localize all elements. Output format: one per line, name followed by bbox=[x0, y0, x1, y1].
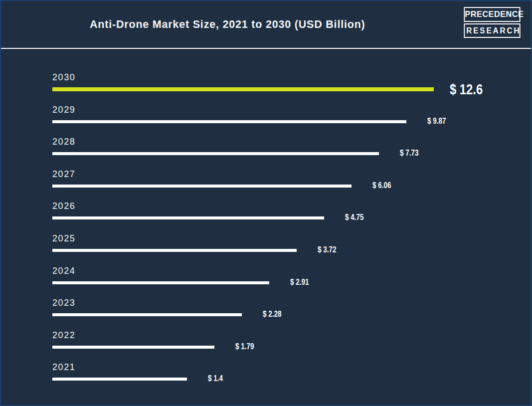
header-divider-line bbox=[1, 48, 531, 49]
value-label: $ 6.06 bbox=[372, 180, 391, 190]
bar-row: 2023 $ 2.28 bbox=[1, 295, 531, 327]
bar bbox=[52, 346, 214, 349]
value-label: $ 4.75 bbox=[345, 212, 364, 222]
bar-row: 2029 $ 9.87 bbox=[1, 102, 531, 134]
bar bbox=[52, 120, 406, 123]
bar bbox=[52, 249, 297, 252]
value-label: $ 3.72 bbox=[318, 244, 337, 254]
infographic-frame: Anti-Drone Market Size, 2021 to 2030 (US… bbox=[0, 0, 532, 406]
bar-row: 2024 $ 2.91 bbox=[1, 263, 531, 295]
year-label: 2022 bbox=[52, 330, 75, 341]
value-label: $ 12.6 bbox=[450, 81, 483, 98]
year-label: 2024 bbox=[52, 266, 75, 276]
bar bbox=[52, 152, 379, 155]
year-label: 2029 bbox=[52, 105, 75, 115]
bar-row: 2022 $ 1.79 bbox=[1, 327, 531, 360]
year-label: 2023 bbox=[52, 298, 75, 308]
precedence-research-logo: PRECEDENCE RESEARCH bbox=[463, 7, 522, 38]
bar-rows: 2030 $ 12.6 2029 $ 9.87 2028 $ 7.73 2027… bbox=[1, 69, 531, 392]
value-label: $ 1.79 bbox=[235, 341, 254, 351]
year-label: 2030 bbox=[52, 72, 75, 83]
year-label: 2025 bbox=[52, 233, 75, 244]
bar-row: 2028 $ 7.73 bbox=[1, 134, 531, 166]
bar bbox=[52, 378, 187, 381]
bar bbox=[52, 87, 434, 91]
value-label: $ 1.4 bbox=[208, 373, 223, 383]
year-label: 2021 bbox=[52, 362, 75, 373]
bar-row: 2030 $ 12.6 bbox=[1, 69, 531, 102]
value-label: $ 9.87 bbox=[427, 116, 446, 126]
bar-row: 2025 $ 3.72 bbox=[1, 230, 531, 263]
value-label: $ 7.73 bbox=[400, 148, 419, 158]
year-label: 2027 bbox=[52, 169, 75, 180]
bar bbox=[52, 185, 352, 188]
value-label: $ 2.91 bbox=[290, 277, 309, 287]
bar bbox=[52, 281, 269, 284]
logo-line-research: RESEARCH bbox=[464, 23, 520, 38]
chart-title: Anti-Drone Market Size, 2021 to 2030 (US… bbox=[90, 18, 365, 31]
value-label: $ 2.28 bbox=[263, 309, 282, 319]
logo-line-precedence: PRECEDENCE bbox=[464, 7, 520, 22]
bar-row: 2021 $ 1.4 bbox=[1, 359, 531, 392]
bar bbox=[52, 313, 242, 316]
year-label: 2026 bbox=[52, 201, 75, 211]
bar-row: 2027 $ 6.06 bbox=[1, 166, 531, 199]
year-label: 2028 bbox=[52, 137, 75, 147]
bar bbox=[52, 216, 324, 219]
bar-row: 2026 $ 4.75 bbox=[1, 198, 531, 230]
